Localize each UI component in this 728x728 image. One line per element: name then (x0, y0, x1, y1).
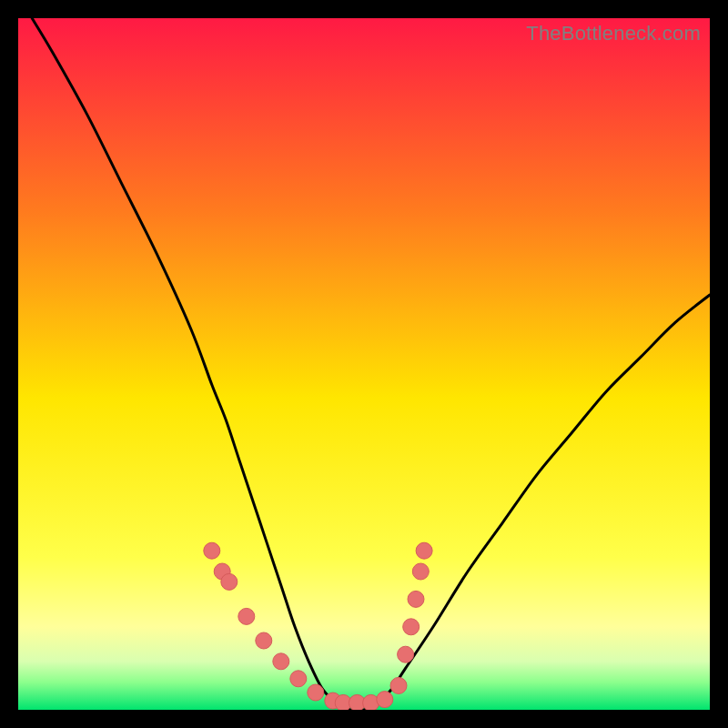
watermark-text: TheBottleneck.com (526, 22, 701, 46)
data-marker (308, 684, 324, 701)
data-marker (416, 542, 432, 559)
highlighted-points (204, 542, 432, 710)
data-marker (238, 608, 255, 624)
data-marker (390, 677, 407, 693)
data-marker (403, 619, 420, 635)
data-marker (256, 632, 272, 649)
data-marker (204, 542, 220, 559)
data-marker (377, 692, 393, 708)
data-marker (398, 646, 414, 662)
data-marker (273, 653, 289, 670)
data-marker (290, 671, 307, 687)
chart-overlay (18, 18, 710, 710)
data-marker (412, 563, 429, 580)
data-marker (408, 591, 424, 607)
data-marker (221, 573, 238, 590)
bottleneck-curve (32, 18, 710, 710)
chart-frame: TheBottleneck.com (18, 18, 710, 710)
